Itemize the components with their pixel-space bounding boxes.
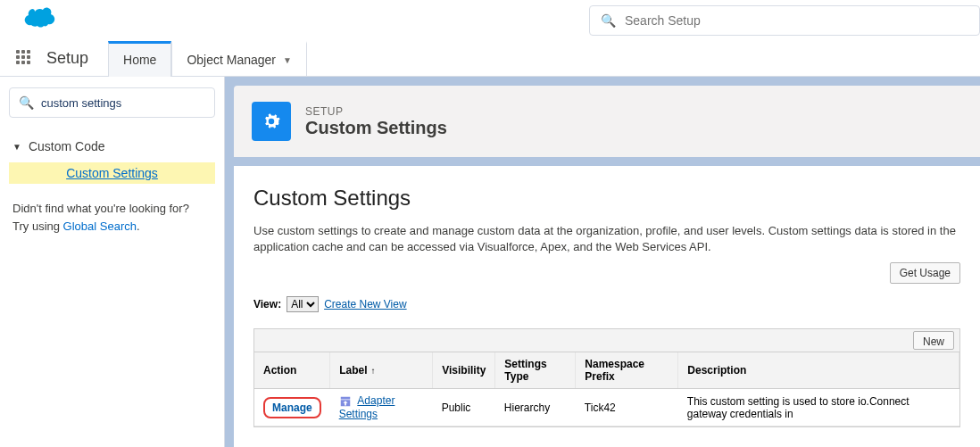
page-title: Custom Settings <box>305 118 447 138</box>
manage-link[interactable]: Manage <box>263 397 321 418</box>
global-search-input[interactable] <box>625 13 968 28</box>
tab-object-manager[interactable]: Object Manager ▼ <box>171 41 307 77</box>
get-usage-button[interactable]: Get Usage <box>890 262 960 284</box>
sidebar-footer-line2: Try using Global Search. <box>12 218 212 236</box>
custom-settings-table: Action Label↑ Visibility Settings Type N… <box>254 352 959 426</box>
search-icon: 🔍 <box>19 95 34 110</box>
cell-visibility: Public <box>433 389 495 426</box>
sidebar-group-custom-code[interactable]: ▼ Custom Code <box>9 134 215 159</box>
cell-namespace: Tick42 <box>576 389 678 426</box>
cell-settings-type: Hierarchy <box>495 389 576 426</box>
content-description: Use custom settings to create and manage… <box>253 223 960 255</box>
page-header: SETUP Custom Settings <box>234 86 980 157</box>
tab-home[interactable]: Home <box>108 41 171 77</box>
search-icon: 🔍 <box>601 13 616 28</box>
app-name: Setup <box>46 49 88 68</box>
view-label: View: <box>253 298 281 310</box>
global-search-link[interactable]: Global Search <box>63 219 137 233</box>
package-icon <box>339 395 352 408</box>
tab-object-manager-label: Object Manager <box>187 53 276 67</box>
chevron-down-icon: ▼ <box>12 142 21 152</box>
sidebar-footer-line1: Didn't find what you're looking for? <box>12 200 212 218</box>
view-select[interactable]: All <box>287 296 319 312</box>
col-visibility[interactable]: Visibility <box>433 352 495 389</box>
quick-find[interactable]: 🔍 <box>9 87 215 118</box>
cell-description: This custom setting is used to store io.… <box>678 389 959 426</box>
col-description[interactable]: Description <box>678 352 959 389</box>
chevron-down-icon: ▼ <box>283 55 292 65</box>
app-launcher-icon[interactable] <box>16 50 34 68</box>
sidebar-group-label: Custom Code <box>29 139 105 153</box>
sort-asc-icon: ↑ <box>371 366 376 376</box>
sidebar-item-custom-settings[interactable]: Custom Settings <box>9 162 215 184</box>
salesforce-logo <box>18 6 59 35</box>
col-label[interactable]: Label↑ <box>330 352 433 389</box>
col-settings-type[interactable]: Settings Type <box>495 352 576 389</box>
content-heading: Custom Settings <box>253 186 960 211</box>
page-eyebrow: SETUP <box>305 105 447 118</box>
table-row: Manage Adapter Settings Public Hierarchy… <box>254 389 959 426</box>
col-action: Action <box>254 352 330 389</box>
new-button[interactable]: New <box>913 331 954 350</box>
create-new-view-link[interactable]: Create New View <box>324 298 406 310</box>
global-search[interactable]: 🔍 <box>589 5 980 36</box>
quick-find-input[interactable] <box>41 96 205 110</box>
gear-icon <box>252 102 291 141</box>
col-namespace[interactable]: Namespace Prefix <box>576 352 678 389</box>
